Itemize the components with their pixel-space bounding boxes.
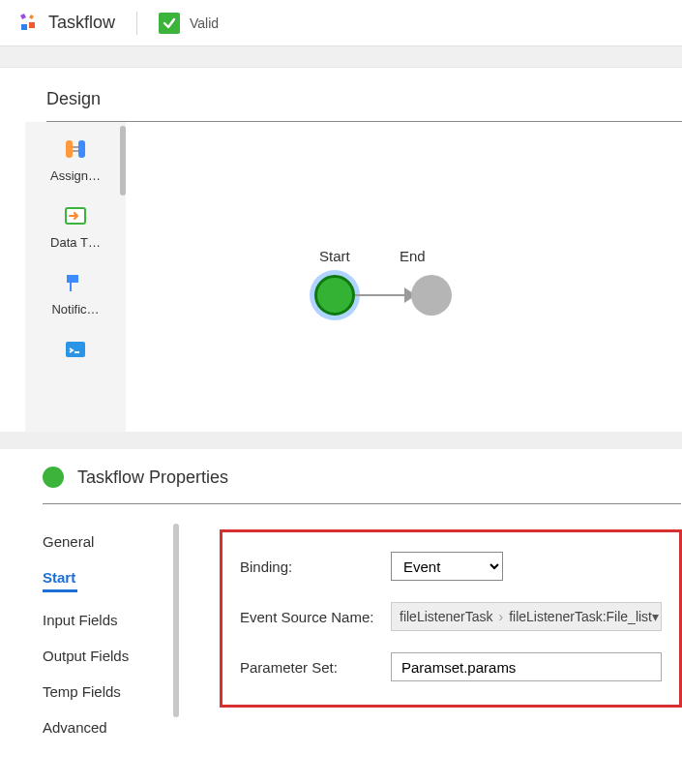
spacer (0, 46, 682, 68)
design-panel: Design Assign… (25, 68, 682, 432)
tab-temp-fields[interactable]: Temp Fields (43, 674, 173, 709)
tab-output-fields[interactable]: Output Fields (43, 638, 173, 674)
spacer (0, 432, 682, 449)
command-icon (62, 336, 89, 363)
notification-icon (62, 269, 89, 296)
divider (43, 503, 681, 504)
palette-item-label: Data T… (31, 235, 120, 250)
palette[interactable]: Assign… Data T… Notifi (25, 122, 126, 432)
highlighted-form-region: Binding: Event Event Source Name: fileLi… (220, 529, 682, 708)
properties-title: Taskflow Properties (77, 467, 228, 488)
end-node[interactable] (411, 275, 452, 316)
taskflow-icon (17, 13, 39, 34)
assignment-icon (62, 136, 89, 163)
palette-item-notification[interactable]: Notific… (25, 256, 126, 322)
properties-header: Taskflow Properties (43, 467, 682, 488)
chevron-right-icon: › (499, 609, 504, 624)
event-source-label: Event Source Name: (240, 609, 391, 625)
flow-edge[interactable] (355, 294, 409, 296)
separator (136, 12, 137, 35)
parameter-set-label: Parameter Set: (240, 659, 391, 676)
palette-item-datatask[interactable]: Data T… (25, 189, 126, 256)
palette-item-label: Assign… (31, 168, 120, 183)
flow-canvas[interactable]: Start End (126, 122, 682, 432)
svg-rect-3 (29, 22, 35, 28)
tab-input-fields[interactable]: Input Fields (43, 602, 173, 638)
properties-tabs: General Start Input Fields Output Fields… (43, 524, 173, 745)
event-source-picker[interactable]: fileListenerTask › fileListenerTask:File… (391, 602, 662, 631)
palette-item-assignment[interactable]: Assign… (25, 122, 126, 189)
parameter-set-input[interactable] (391, 652, 662, 681)
palette-item-command[interactable] (25, 322, 126, 375)
breadcrumb-part: fileListenerTask (400, 609, 493, 624)
svg-rect-8 (66, 342, 85, 357)
topbar: Taskflow Valid (0, 0, 682, 46)
tab-advanced[interactable]: Advanced (43, 709, 173, 745)
palette-item-label: Notific… (31, 302, 120, 317)
svg-marker-0 (20, 14, 26, 19)
design-heading: Design (25, 89, 682, 121)
start-node[interactable] (314, 275, 355, 316)
svg-marker-1 (29, 15, 34, 19)
valid-label: Valid (190, 15, 219, 31)
binding-select[interactable]: Event (391, 552, 503, 581)
node-label-end: End (400, 248, 426, 264)
scrollbar[interactable] (173, 524, 179, 717)
tab-general[interactable]: General (43, 524, 173, 559)
svg-rect-5 (78, 140, 85, 158)
svg-rect-4 (66, 140, 73, 158)
status-dot-icon (43, 467, 64, 488)
properties-panel: Taskflow Properties General Start Input … (0, 449, 682, 745)
brand-title: Taskflow (48, 13, 115, 33)
svg-rect-2 (21, 24, 27, 30)
caret-down-icon: ▾ (652, 609, 659, 624)
svg-rect-7 (70, 283, 72, 291)
node-label-start: Start (319, 248, 350, 264)
datatask-icon (62, 202, 89, 229)
binding-label: Binding: (240, 558, 391, 575)
tab-start[interactable]: Start (43, 559, 173, 602)
valid-icon (159, 13, 180, 34)
breadcrumb-part: fileListenerTask:File_list (509, 609, 652, 624)
